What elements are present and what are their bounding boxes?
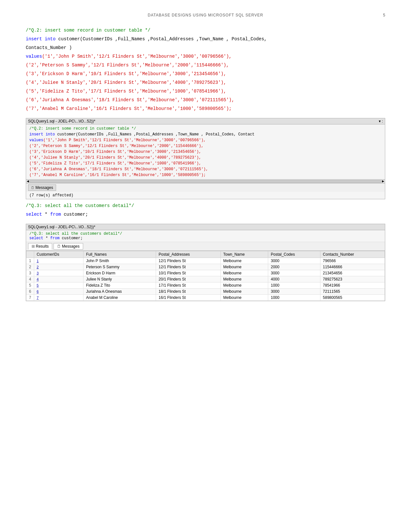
row-contact-7: 589800565: [320, 295, 385, 301]
scroll-track[interactable]: [30, 180, 381, 183]
row-postal-5: 1000: [268, 282, 320, 289]
row-id-2: 2: [34, 264, 83, 270]
row-town-3: Melbourne: [220, 270, 268, 276]
sql-window-2-titlebar: SQLQuery1.sql - JOEL-PC\...\IO...52))*: [26, 224, 385, 230]
w2-select-line: select * from customer;: [29, 236, 382, 241]
row-address-2: 12/1 Flinders St: [156, 264, 220, 270]
row-address-1: 12/1 Flinders St: [156, 258, 220, 264]
w1-line8: ('6','Juriahna A Onesmas','18/1 Flinders…: [29, 166, 382, 172]
q3-block: /*Q.3: select all the customers detail*/…: [26, 202, 385, 218]
col-townname: Town_Name: [220, 251, 268, 258]
sql-window-2: SQLQuery1.sql - JOEL-PC\...\IO...52))* /…: [26, 224, 385, 301]
row-town-2: Melbourne: [220, 264, 268, 270]
table-row: 4 4 Juliee N Stanly 20/1 Flinders St Mel…: [26, 276, 385, 282]
q2-comment: /*Q.2: insert some record in customer ta…: [26, 27, 385, 34]
table-row: 1 1 John P Smith 12/1 Flinders St Melbou…: [26, 258, 385, 264]
row-contact-3: 213454656: [320, 270, 385, 276]
row-postal-4: 4000: [268, 276, 320, 282]
q2-block: /*Q.2: insert some record in customer ta…: [26, 27, 385, 112]
sql-window-1-tabs: 🗒 Messages: [26, 183, 385, 192]
row-contact-2: 115446666: [320, 264, 385, 270]
results-table: CustomerIDs Full_Names Postal_Addresses …: [26, 251, 385, 301]
page-number: 5: [383, 13, 385, 17]
row-contact-1: 796566: [320, 258, 385, 264]
row-num-5: 5: [26, 282, 34, 289]
row-town-5: Melbourne: [220, 282, 268, 289]
row-name-2: Peterson S Sammy: [83, 264, 156, 270]
table-row: 2 2 Peterson S Sammy 12/1 Flinders St Me…: [26, 264, 385, 270]
row-town-1: Melbourne: [220, 258, 268, 264]
q2-row6: ('6','Juriahna A Onesmas','18/1 Flinders…: [26, 97, 385, 103]
table-header-row: CustomerIDs Full_Names Postal_Addresses …: [26, 251, 385, 258]
q2-row3: ('3','Erickson D Harm','10/1 Flinders St…: [26, 71, 385, 77]
q3-select-line: select * from customer;: [26, 211, 385, 218]
row-postal-1: 3000: [268, 258, 320, 264]
row-num-1: 1: [26, 258, 34, 264]
row-address-7: 16/1 Flinders St: [156, 295, 220, 301]
w1-line2: insert into customer(CustomerIDs ,Full_N…: [29, 132, 382, 137]
row-contact-6: 72111565: [320, 289, 385, 295]
row-num-6: 6: [26, 289, 34, 295]
row-address-4: 20/1 Flinders St: [156, 276, 220, 282]
col-customerids: CustomerIDs: [34, 251, 83, 258]
row-postal-7: 1000: [268, 295, 320, 301]
q2-row5: ('5','Fideliza Z Tito','17/1 Flinders St…: [26, 88, 385, 95]
sql-window-1-titlebar: SQLQuery1.sql - JOEL-PC\...\IO...52))* ▾…: [26, 118, 385, 124]
row-postal-2: 2000: [268, 264, 320, 270]
row-address-5: 17/1 Flinders St: [156, 282, 220, 289]
scroll-right-icon[interactable]: ►: [382, 179, 384, 184]
row-contact-4: 789275623: [320, 276, 385, 282]
q3-comment: /*Q.3: select all the customers detail*/: [26, 202, 385, 209]
q2-values-line: values('1','John P Smith','12/1 Flinders…: [26, 53, 385, 60]
sql-affected-text: (7 row(s) affected): [26, 192, 385, 199]
row-num-3: 3: [26, 270, 34, 276]
row-postal-3: 3000: [268, 270, 320, 276]
q2-insert-line1: insert into customer(CustomerIDs ,Full_N…: [26, 36, 385, 43]
row-town-7: Melbourne: [220, 295, 268, 301]
sql-window-2-query: /*Q.3: select all the customers detail*/…: [26, 230, 385, 242]
w1-line9: ('7','Anabel M Caroline','16/1 Flinders …: [29, 172, 382, 178]
results-tab[interactable]: ⊞ Results: [28, 243, 52, 250]
row-id-3: 3: [34, 270, 83, 276]
messages-tab-icon: 🗒: [31, 186, 34, 190]
sql-window-1: SQLQuery1.sql - JOEL-PC\...\IO...52))* ▾…: [26, 118, 385, 199]
messages-tab-2[interactable]: 🗒 Messages: [54, 243, 83, 250]
row-name-4: Juliee N Stanly: [83, 276, 156, 282]
row-name-6: Juriahna A Onesmas: [83, 289, 156, 295]
row-town-4: Melbourne: [220, 276, 268, 282]
w2-comment-line: /*Q.3: select all the customers detail*/: [29, 232, 382, 236]
messages-tab-label: Messages: [35, 185, 53, 190]
row-name-7: Anabel M Caroline: [83, 295, 156, 301]
row-town-6: Melbourne: [220, 289, 268, 295]
page-header: DATABASE DESIGNS USING MICROSOFT SQL SER…: [26, 13, 385, 17]
table-row: 3 3 Erickson D Harm 10/1 Flinders St Mel…: [26, 270, 385, 276]
col-postalcodes: Postal_Codes: [268, 251, 320, 258]
results-table-wrapper: CustomerIDs Full_Names Postal_Addresses …: [26, 251, 385, 301]
results-tabs: ⊞ Results 🗒 Messages: [26, 242, 385, 251]
w1-line5: ('3','Erickson D Harm','10/1 Flinders St…: [29, 149, 382, 155]
q2-insert-line2: Contacts_Number ): [26, 44, 385, 51]
sql-window-1-scrollbar[interactable]: ◄ ►: [26, 179, 385, 183]
row-num-7: 7: [26, 295, 34, 301]
sql-window-1-title: SQLQuery1.sql - JOEL-PC\...\IO...52))*: [28, 119, 95, 123]
messages-tab[interactable]: 🗒 Messages: [28, 184, 56, 191]
w1-line3: values('1','John P Smith','12/1 Flinders…: [29, 137, 382, 143]
row-name-1: John P Smith: [83, 258, 156, 264]
scroll-left-icon[interactable]: ◄: [27, 179, 29, 184]
sql-window-2-title: SQLQuery1.sql - JOEL-PC\...\IO...52))*: [28, 225, 95, 229]
messages-tab-2-label: Messages: [62, 244, 80, 249]
w1-line4: ('2','Peterson S Sammy','12/1 Flinders S…: [29, 143, 382, 149]
table-row: 5 5 Fideliza Z Tito 17/1 Flinders St Mel…: [26, 282, 385, 289]
w1-line7: ('5','Fideliza Z Tito','17/1 Flinders St…: [29, 161, 382, 166]
sql-window-1-controls: ▾ :: [379, 119, 383, 123]
row-id-7: 7: [34, 295, 83, 301]
row-postal-6: 3000: [268, 289, 320, 295]
row-contact-5: 78541966: [320, 282, 385, 289]
row-id-6: 6: [34, 289, 83, 295]
row-id-5: 5: [34, 282, 83, 289]
row-num-2: 2: [26, 264, 34, 270]
row-num-4: 4: [26, 276, 34, 282]
w1-line1: /*Q.2: insert some record in customer ta…: [29, 126, 382, 132]
page-title: DATABASE DESIGNS USING MICROSOFT SQL SER…: [148, 13, 263, 17]
col-postaladdresses: Postal_Addresses: [156, 251, 220, 258]
